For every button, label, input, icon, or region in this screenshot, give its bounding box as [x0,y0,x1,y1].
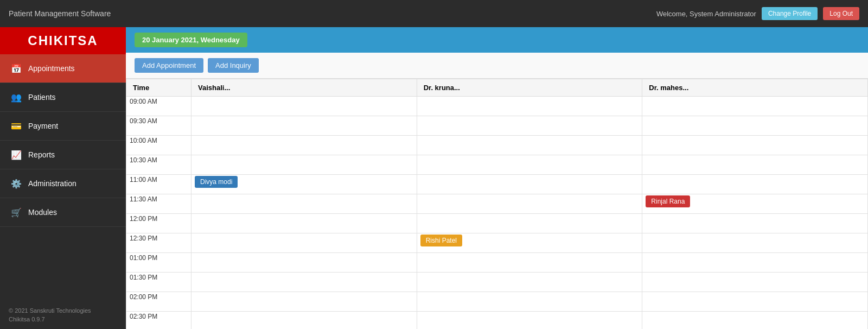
appointment-cell-vaishali [192,214,417,233]
appointment-cell-dr_kruna [417,194,642,214]
sidebar-item-modules[interactable]: 🛒 Modules [0,198,126,227]
table-row: 02:00 PM [126,292,868,312]
sidebar-item-payment[interactable]: 💳 Payment [0,112,126,141]
change-profile-button[interactable]: Change Profile [762,7,818,20]
appointment-cell-vaishali [192,253,417,273]
appointment-cell-dr_mahes [642,292,868,312]
appointment-badge[interactable]: Rishi Patel [420,235,462,246]
add-appointment-button[interactable]: Add Appointment [135,58,203,73]
time-cell: 11:00 AM [126,175,192,194]
time-cell: 10:30 AM [126,155,192,175]
table-row: 11:30 AMRinjal Rana [126,194,868,214]
sidebar-item-reports[interactable]: 📈 Reports [0,141,126,169]
col-header-vaishali: Vaishali... [192,79,417,97]
top-header: Patient Management Software Welcome, Sys… [0,0,868,27]
logout-button[interactable]: Log Out [823,7,859,20]
appointment-cell-vaishali [192,97,417,116]
appointment-cell-dr_kruna [417,273,642,292]
calendar-container[interactable]: TimeVaishali...Dr. kruna...Dr. mahes... … [126,79,868,329]
appointment-cell-vaishali: Divya modi [192,175,417,194]
appointment-cell-dr_mahes [642,116,868,136]
table-row: 09:00 AM [126,97,868,116]
appointment-cell-dr_kruna [417,116,642,136]
appointment-cell-dr_mahes [642,233,868,253]
sidebar-item-label: Patients [28,93,56,102]
appointment-cell-dr_kruna [417,214,642,233]
appointment-cell-vaishali [192,194,417,214]
appointment-cell-dr_mahes [642,97,868,116]
table-row: 09:30 AM [126,116,868,136]
appointment-cell-dr_mahes [642,273,868,292]
header-right: Welcome, System Administrator Change Pro… [656,7,859,20]
modules-icon: 🛒 [11,207,22,218]
appointment-cell-dr_mahes [642,253,868,273]
sidebar-item-label: Reports [28,150,55,159]
sidebar-item-label: Appointments [28,64,75,73]
toolbar: Add Appointment Add Inquiry [126,53,868,79]
appointment-cell-vaishali [192,155,417,175]
appointment-badge[interactable]: Rinjal Rana [646,195,690,207]
add-inquiry-button[interactable]: Add Inquiry [208,58,259,73]
appointments-icon: 📅 [11,63,22,74]
time-cell: 11:30 AM [126,194,192,214]
time-cell: 01:00 PM [126,253,192,273]
appointment-cell-dr_mahes [642,214,868,233]
time-cell: 12:00 PM [126,214,192,233]
sidebar-item-label: Payment [28,122,58,130]
col-header-dr_kruna: Dr. kruna... [417,79,642,97]
table-row: 02:30 PM [126,312,868,330]
administration-icon: ⚙️ [11,178,22,189]
appointment-badge[interactable]: Divya modi [195,176,238,188]
welcome-text: Welcome, System Administrator [656,10,756,18]
sidebar-item-label: Modules [28,208,57,217]
table-row: 11:00 AMDivya modi [126,175,868,194]
time-cell: 02:00 PM [126,292,192,312]
appointment-cell-vaishali [192,292,417,312]
time-cell: 02:30 PM [126,312,192,330]
sidebar-footer: © 2021 Sanskruti Technologies Chikitsa 0… [0,301,126,329]
table-row: 12:30 PMRishi Patel [126,233,868,253]
appointment-cell-vaishali [192,233,417,253]
time-cell: 01:30 PM [126,273,192,292]
table-row: 10:00 AM [126,136,868,155]
calendar-header-row: TimeVaishali...Dr. kruna...Dr. mahes... [126,79,868,97]
main-layout: CHIKITSA 📅 Appointments 👥 Patients 💳 Pay… [0,27,868,329]
app-title: Patient Management Software [9,9,656,18]
sidebar: CHIKITSA 📅 Appointments 👥 Patients 💳 Pay… [0,27,126,329]
sidebar-item-administration[interactable]: ⚙️ Administration [0,169,126,198]
appointment-cell-dr_kruna: Rishi Patel [417,233,642,253]
reports-icon: 📈 [11,149,22,160]
sidebar-nav: 📅 Appointments 👥 Patients 💳 Payment 📈 Re… [0,54,126,301]
appointment-cell-vaishali [192,136,417,155]
calendar-table: TimeVaishali...Dr. kruna...Dr. mahes... … [126,79,868,329]
time-cell: 12:30 PM [126,233,192,253]
appointment-cell-vaishali [192,116,417,136]
version-text: Chikitsa 0.9.7 [9,316,117,322]
appointment-cell-dr_kruna [417,175,642,194]
sidebar-logo: CHIKITSA [0,27,126,54]
appointment-cell-vaishali [192,273,417,292]
appointment-cell-dr_mahes: Rinjal Rana [642,194,868,214]
time-cell: 10:00 AM [126,136,192,155]
patients-icon: 👥 [11,92,22,103]
sidebar-item-appointments[interactable]: 📅 Appointments [0,54,126,83]
content-area: 20 January 2021, Wednesday Add Appointme… [126,27,868,329]
appointment-cell-dr_mahes [642,155,868,175]
appointment-cell-dr_mahes [642,175,868,194]
payment-icon: 💳 [11,121,22,131]
appointment-cell-dr_kruna [417,292,642,312]
appointment-cell-dr_kruna [417,312,642,330]
table-row: 01:30 PM [126,273,868,292]
calendar-header: 20 January 2021, Wednesday [126,27,868,53]
time-cell: 09:00 AM [126,97,192,116]
time-cell: 09:30 AM [126,116,192,136]
sidebar-item-patients[interactable]: 👥 Patients [0,83,126,112]
table-row: 01:00 PM [126,253,868,273]
appointment-cell-dr_mahes [642,136,868,155]
date-badge: 20 January 2021, Wednesday [135,33,247,47]
appointment-cell-vaishali [192,312,417,330]
col-header-dr_mahes: Dr. mahes... [642,79,868,97]
sidebar-item-label: Administration [28,179,76,188]
col-header-time: Time [126,79,192,97]
table-row: 12:00 PM [126,214,868,233]
